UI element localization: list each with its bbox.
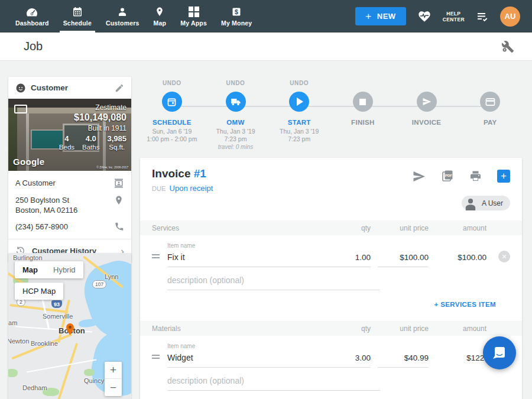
services-header-label: Services — [152, 224, 329, 232]
user-avatar[interactable]: AU — [500, 7, 520, 27]
stop-icon — [359, 99, 366, 105]
nav-schedule[interactable]: Schedule — [56, 0, 99, 33]
services-unit-price-column: unit price — [378, 224, 429, 232]
undo-schedule-button[interactable]: UNDO — [163, 80, 181, 87]
services-section-header: Services qty unit price amount — [140, 220, 522, 235]
pay-step-icon[interactable] — [480, 92, 500, 112]
invoice-number[interactable]: #1 — [194, 167, 206, 180]
google-logo: Google — [13, 157, 44, 167]
street-view-icon — [14, 105, 27, 113]
start-step-date: Thu, Jan 3 '19 7:23 pm — [280, 128, 319, 143]
omw-step-icon[interactable] — [226, 92, 246, 112]
map-widget[interactable]: Burlington Lynn Somerville Boston ham Ne… — [8, 253, 131, 399]
plus-icon: + — [365, 11, 371, 22]
material-qty-field[interactable]: 3.00 — [329, 353, 371, 368]
job-tools-icon[interactable] — [501, 40, 514, 53]
due-value-link[interactable]: Upon receipt — [170, 184, 213, 193]
nav-schedule-label: Schedule — [63, 20, 92, 27]
schedule-step-label: SCHEDULE — [153, 119, 192, 126]
customer-details: A Customer 250 Boylston St Boston, MA 02… — [8, 171, 131, 239]
drag-handle-icon[interactable] — [152, 355, 167, 368]
property-stats: 4 Beds 4.0 Baths 3,985 Sq.ft. — [59, 134, 126, 151]
sqft-value: 3,985 — [107, 134, 126, 143]
add-services-item-link[interactable]: + SERVICES ITEM — [434, 301, 496, 308]
map-zoom-in-button[interactable]: + — [105, 362, 122, 379]
schedule-step-icon[interactable] — [162, 92, 182, 112]
invoice-actions: PDF + — [413, 170, 510, 183]
omw-step-date: Thu, Jan 3 '19 7:23 pm — [216, 128, 255, 143]
service-line-item: Item name Fix it 1.00 $100.00 $100.00 ✕ — [140, 235, 522, 267]
start-step-icon[interactable] — [289, 92, 309, 112]
finish-step-icon[interactable] — [353, 92, 373, 112]
omw-date-line2: 7:23 pm — [225, 135, 247, 142]
service-name-value[interactable]: Fix it — [167, 252, 329, 267]
map-zoom-out-button[interactable]: − — [105, 379, 122, 396]
page-header: Job — [0, 33, 532, 61]
service-description-row: description (optional) — [140, 267, 522, 290]
zestimate-label: Zestimate — [59, 103, 126, 112]
materials-section-header: Materials qty unit price amount — [140, 321, 522, 336]
invoice-step-icon[interactable] — [417, 92, 437, 112]
undo-start-button[interactable]: UNDO — [290, 80, 309, 87]
map-label-lynn: Lynn — [105, 273, 118, 280]
material-amount-value: $122. — [437, 353, 486, 368]
topnav-right: + NEW HELP CENTER AU — [355, 0, 532, 33]
svg-text:$: $ — [235, 8, 238, 15]
customer-address-row: 250 Boylston St Boston, MA 02116 — [15, 195, 124, 215]
map-type-hybrid-button[interactable]: Hybrid — [46, 261, 83, 278]
add-services-row: + SERVICES ITEM — [140, 290, 522, 309]
built-year: Built in 1911 — [59, 124, 126, 132]
location-pin-icon[interactable] — [113, 195, 124, 206]
service-description-field[interactable]: description (optional) — [167, 275, 380, 290]
customer-phone: (234) 567-8900 — [15, 222, 68, 232]
service-name-field[interactable]: Item name Fix it — [167, 242, 329, 267]
new-button-label: NEW — [377, 12, 396, 21]
route-107-badge: 107 — [92, 280, 106, 288]
pdf-icon[interactable]: PDF — [441, 170, 454, 183]
customer-phone-row: (234) 567-8900 — [15, 222, 124, 232]
start-date-line2: 7:23 pm — [288, 135, 310, 142]
material-name-field[interactable]: Item name Widget — [167, 343, 329, 368]
edit-customer-icon[interactable] — [115, 83, 124, 93]
invoice-header: Invoice #1 DUE Upon receipt PDF + — [140, 158, 522, 220]
add-invoice-item-button[interactable]: + — [497, 170, 510, 183]
phone-icon[interactable] — [114, 222, 124, 232]
health-heart-icon[interactable] — [417, 10, 432, 23]
service-delete-cell: ✕ — [486, 251, 510, 267]
nav-map[interactable]: Map — [147, 0, 174, 33]
customer-card-header: Customer — [8, 77, 131, 99]
address-line2: Boston, MA 02116 — [15, 206, 77, 215]
map-type-map-button[interactable]: Map — [15, 261, 46, 278]
hcp-map-button[interactable]: HCP Map — [15, 283, 63, 300]
undo-omw-button[interactable]: UNDO — [226, 80, 245, 87]
map-park4 — [84, 369, 95, 376]
service-qty-field[interactable]: 1.00 — [329, 253, 371, 267]
help-center-link[interactable]: HELP CENTER — [443, 11, 465, 22]
print-icon[interactable] — [469, 170, 482, 182]
chat-bubble-button[interactable] — [483, 336, 516, 369]
new-button[interactable]: + NEW — [355, 7, 406, 25]
timeline-step-invoice: INVOICE — [395, 80, 459, 151]
send-icon[interactable] — [413, 171, 426, 182]
service-amount-value: $100.00 — [437, 253, 486, 267]
nav-my-money[interactable]: $ My Money — [214, 0, 259, 33]
map-label-quincy: Quincy — [84, 377, 104, 384]
apps-grid-icon — [189, 6, 199, 17]
map-label-dedham: Dedham — [22, 384, 47, 391]
material-unit-price-field[interactable]: $40.99 — [378, 353, 429, 368]
property-photo[interactable]: Zestimate $10,149,080 Built in 1911 4 Be… — [8, 99, 131, 171]
drag-handle-icon[interactable] — [152, 254, 167, 267]
timeline-step-omw: UNDO OMW Thu, Jan 3 '19 7:23 pm travel: … — [204, 80, 268, 151]
task-list-icon[interactable] — [476, 11, 489, 22]
app-window: Dashboard Schedule Customers Map My Apps — [0, 0, 532, 399]
service-unit-price-field[interactable]: $100.00 — [378, 253, 429, 267]
material-description-field[interactable]: description (optional) — [167, 376, 380, 391]
nav-my-apps[interactable]: My Apps — [173, 0, 214, 33]
sqft-label: Sq.ft. — [107, 144, 126, 151]
assigned-user-chip[interactable]: A User — [462, 196, 510, 210]
material-name-value[interactable]: Widget — [167, 353, 329, 368]
nav-customers[interactable]: Customers — [99, 0, 147, 33]
contact-card-icon[interactable] — [113, 178, 124, 189]
nav-dashboard[interactable]: Dashboard — [8, 0, 56, 33]
delete-service-item-icon[interactable]: ✕ — [498, 251, 510, 262]
